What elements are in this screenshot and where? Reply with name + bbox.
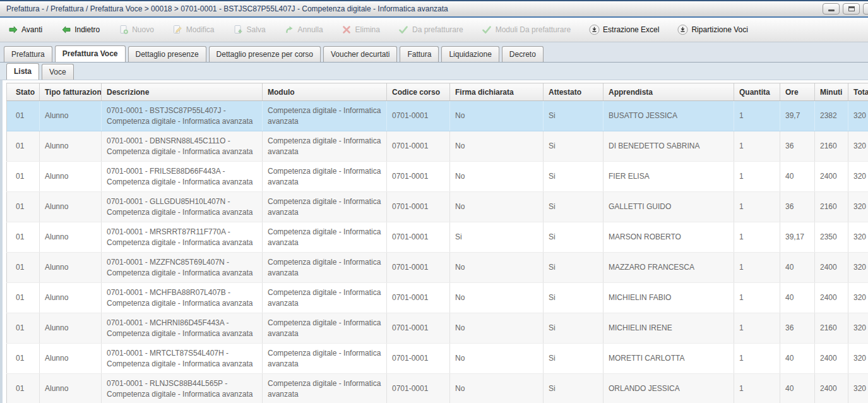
tab-prefattura-voce[interactable]: Prefattura Voce (55, 45, 126, 62)
cell-firma-dichiarata: No (450, 313, 544, 344)
cell-descrizione: 0701-0001 - MZZFNC85T69L407N - Competenz… (102, 253, 263, 283)
table-row[interactable]: 01Alunno0701-0001 - RLNJSC88B44L565P - C… (7, 374, 868, 403)
left-edge-strip (0, 80, 3, 403)
cell-minuti: 2160 (815, 192, 848, 222)
cell-descrizione: 0701-0001 - DBNSRN88L45C111O - Competenz… (102, 131, 263, 162)
cell-quantita: 1 (734, 131, 780, 162)
toolbar: AvantiIndietroNuovoModificaSalvaAnnullaE… (0, 18, 868, 42)
subtab-lista[interactable]: Lista (6, 63, 39, 80)
table-row[interactable]: 01Alunno0701-0001 - DBNSRN88L45C111O - C… (7, 131, 868, 162)
column-header-quantita[interactable]: Quantita (734, 83, 780, 101)
column-header-totale[interactable]: Totale (848, 83, 868, 101)
tab-fattura[interactable]: Fattura (400, 46, 439, 62)
column-header-attestato[interactable]: Attestato (544, 83, 603, 101)
cell-tipo-fatturazione: Alunno (40, 344, 102, 374)
toolbar-button-label: Nuovo (132, 25, 154, 34)
toolbar-button-label: Da prefatturare (412, 25, 463, 34)
cell-tipo-fatturazione: Alunno (40, 374, 102, 403)
table-row[interactable]: 01Alunno0701-0001 - FRILSE88D66F443A - C… (7, 162, 868, 192)
sub-tab-bar: ListaVoce (0, 63, 868, 80)
cell-quantita: 1 (734, 253, 780, 283)
tab-voucher-decurtati[interactable]: Voucher decurtati (323, 46, 397, 62)
cell-descrizione: 0701-0001 - MCHFBA88R07L407B - Competenz… (102, 283, 263, 313)
cell-ore: 40 (780, 283, 815, 313)
cell-minuti: 2400 (815, 253, 848, 283)
tab-liquidazione[interactable]: Liquidazione (441, 46, 499, 62)
table-row[interactable]: 01Alunno0701-0001 - MRTCLT87S54L407H - C… (7, 344, 868, 374)
toolbar-button-label: Indietro (74, 25, 100, 34)
column-header-stato[interactable]: Stato (7, 83, 40, 101)
cell-attestato: Si (544, 162, 603, 192)
column-header-descrizione[interactable]: Descrizione (102, 83, 263, 101)
cell-totale: 320 (848, 222, 868, 253)
cell-descrizione: 0701-0001 - GLLGDU85H10L407N - Competenz… (102, 192, 263, 222)
toolbar-button-avanti[interactable]: Avanti (8, 25, 42, 35)
toolbar-button-estrazione-excel[interactable]: Estrazione Excel (589, 25, 659, 35)
cell-ore: 40 (780, 253, 815, 283)
cell-quantita: 1 (734, 222, 780, 253)
cell-attestato: Si (544, 222, 603, 253)
cell-apprendista: BUSATTO JESSICA (603, 101, 734, 131)
cell-tipo-fatturazione: Alunno (40, 131, 102, 162)
cell-apprendista: MICHIELIN FABIO (603, 283, 734, 313)
cell-apprendista: DI BENEDETTO SABRINA (603, 131, 734, 162)
column-header-apprendista[interactable]: Apprendista (603, 83, 734, 101)
column-header-codice-corso[interactable]: Codice corso (387, 83, 450, 101)
cell-descrizione: 0701-0001 - BSTJSC87P55L407J - Competenz… (102, 101, 263, 131)
table-header-row: StatoTipo fatturazioneDescrizioneModuloC… (7, 83, 868, 101)
column-header-firma-dichiarata[interactable]: Firma dichiarata (450, 83, 544, 101)
table-row[interactable]: 01Alunno0701-0001 - MCHRNI86D45F443A - C… (7, 313, 868, 344)
download-circle-icon (677, 25, 688, 35)
cell-modulo: Competenza digitale - Informatica avanza… (263, 253, 387, 283)
cell-descrizione: 0701-0001 - MRSRRT87R11F770A - Competenz… (102, 222, 263, 253)
cell-firma-dichiarata: No (450, 162, 544, 192)
toolbar-button-ripartizione-voci[interactable]: Ripartizione Voci (677, 25, 747, 35)
cell-firma-dichiarata: No (450, 283, 544, 313)
cell-totale: 320 (848, 162, 868, 192)
cell-attestato: Si (544, 344, 603, 374)
cell-attestato: Si (544, 101, 603, 131)
tab-decreto[interactable]: Decreto (502, 46, 544, 62)
window-controls (823, 3, 868, 15)
close-button[interactable] (863, 3, 868, 15)
cell-firma-dichiarata: No (450, 131, 544, 162)
cell-modulo: Competenza digitale - Informatica avanza… (263, 313, 387, 344)
cell-ore: 36 (780, 192, 815, 222)
cell-stato: 01 (7, 162, 40, 192)
cell-attestato: Si (544, 131, 603, 162)
edit-document-icon (172, 25, 183, 35)
tab-dettaglio-presenze-per-corso[interactable]: Dettaglio presenze per corso (209, 46, 321, 62)
column-header-modulo[interactable]: Modulo (263, 83, 387, 101)
cell-stato: 01 (7, 192, 40, 222)
cell-ore: 39,17 (780, 222, 815, 253)
table-row[interactable]: 01Alunno0701-0001 - GLLGDU85H10L407N - C… (7, 192, 868, 222)
cell-attestato: Si (544, 192, 603, 222)
table-row[interactable]: 01Alunno0701-0001 - MZZFNC85T69L407N - C… (7, 253, 868, 283)
maximize-button[interactable] (843, 3, 860, 15)
toolbar-button-indietro[interactable]: Indietro (61, 25, 100, 35)
toolbar-button-label: Estrazione Excel (603, 25, 659, 34)
cell-stato: 01 (7, 222, 40, 253)
tab-dettaglio-presenze[interactable]: Dettaglio presenze (128, 46, 206, 62)
cell-quantita: 1 (734, 374, 780, 403)
cell-modulo: Competenza digitale - Informatica avanza… (263, 192, 387, 222)
cell-descrizione: 0701-0001 - MCHRNI86D45F443A - Competenz… (102, 313, 263, 344)
column-header-tipo-fatturazione[interactable]: Tipo fatturazione (40, 83, 102, 101)
toolbar-button-modifica: Modifica (172, 25, 215, 35)
new-document-icon (118, 25, 129, 35)
cell-tipo-fatturazione: Alunno (40, 283, 102, 313)
cell-totale: 320 (848, 374, 868, 403)
cell-stato: 01 (7, 313, 40, 344)
table-row[interactable]: 01Alunno0701-0001 - MRSRRT87R11F770A - C… (7, 222, 868, 253)
cell-firma-dichiarata: No (450, 344, 544, 374)
tab-prefattura[interactable]: Prefattura (4, 46, 52, 62)
table-row[interactable]: 01Alunno0701-0001 - BSTJSC87P55L407J - C… (7, 101, 868, 131)
subtab-voce[interactable]: Voce (42, 64, 74, 80)
cell-totale: 320 (848, 313, 868, 344)
arrow-left-icon (61, 25, 71, 35)
table-row[interactable]: 01Alunno0701-0001 - MCHFBA88R07L407B - C… (7, 283, 868, 313)
delete-x-icon (342, 25, 352, 35)
minimize-button[interactable] (823, 3, 840, 15)
column-header-minuti[interactable]: Minuti (815, 83, 848, 101)
column-header-ore[interactable]: Ore (780, 83, 815, 101)
